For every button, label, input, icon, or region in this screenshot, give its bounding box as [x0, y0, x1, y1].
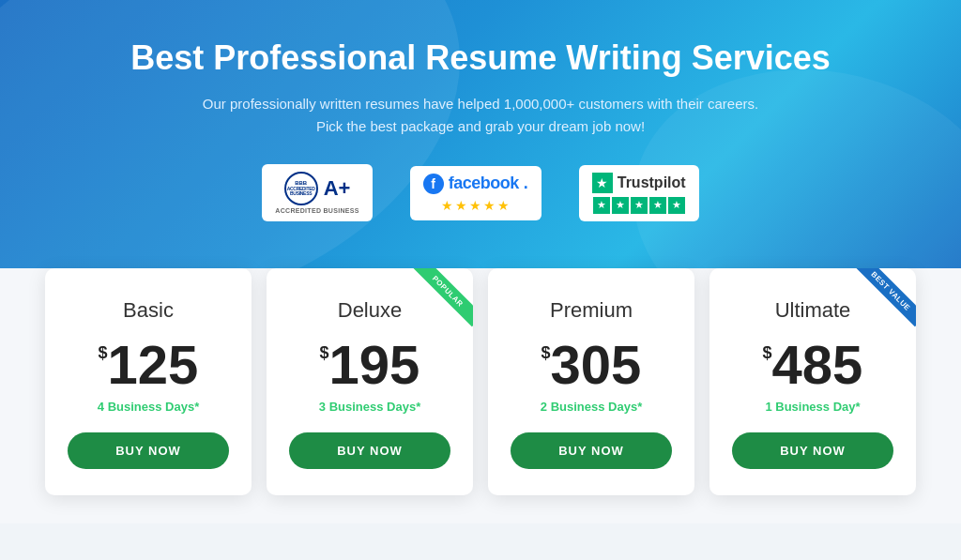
price-ultimate: 485 [772, 338, 863, 392]
hero-section: Best Professional Resume Writing Service… [0, 0, 961, 296]
facebook-label: facebook [449, 174, 519, 193]
price-row-basic: $ 125 [68, 338, 229, 392]
pricing-card-basic: Basic $ 125 4 Business Days* BUY NOW [45, 268, 252, 495]
pricing-section: Basic $ 125 4 Business Days* BUY NOW POP… [0, 268, 961, 523]
currency-ultimate: $ [763, 343, 772, 363]
trustpilot-badge: ★ Trustpilot ★ ★ ★ ★ ★ [579, 165, 699, 221]
price-premium: 305 [551, 338, 642, 392]
delivery-basic: 4 Business Days* [68, 400, 229, 414]
card-badge-deluxe: POPULAR [398, 268, 473, 343]
bbb-label: ACCREDITED BUSINESS [275, 207, 358, 214]
price-row-deluxe: $ 195 [289, 338, 450, 392]
bbb-rating: A+ [324, 176, 351, 201]
hero-subtitle: Our professionally written resumes have … [19, 93, 942, 138]
currency-premium: $ [542, 343, 551, 363]
bbb-badge: BBB ACCREDITED BUSINESS A+ ACCREDITED BU… [262, 164, 372, 221]
delivery-deluxe: 3 Business Days* [289, 400, 450, 414]
facebook-badge: f facebook. ★ ★ ★ ★ ★ [410, 166, 542, 220]
buy-button-deluxe[interactable]: BUY NOW [289, 432, 450, 469]
price-deluxe: 195 [329, 338, 420, 392]
buy-button-premium[interactable]: BUY NOW [511, 432, 672, 469]
pricing-card-premium: Premium $ 305 2 Business Days* BUY NOW [488, 268, 694, 495]
delivery-ultimate: 1 Business Day* [732, 400, 893, 414]
currency-deluxe: $ [320, 343, 329, 363]
trustpilot-icon: ★ [592, 173, 613, 193]
facebook-stars: ★ ★ ★ ★ ★ [441, 198, 510, 213]
hero-title: Best Professional Resume Writing Service… [19, 38, 942, 78]
buy-button-ultimate[interactable]: BUY NOW [732, 432, 893, 469]
pricing-card-deluxe: POPULAR Deluxe $ 195 3 Business Days* BU… [267, 268, 473, 495]
currency-basic: $ [99, 343, 108, 363]
trustpilot-stars: ★ ★ ★ ★ ★ [593, 197, 685, 214]
buy-button-basic[interactable]: BUY NOW [68, 432, 229, 469]
plan-name-basic: Basic [68, 298, 229, 323]
trust-badges: BBB ACCREDITED BUSINESS A+ ACCREDITED BU… [19, 164, 942, 221]
pricing-card-ultimate: BEST VALUE Ultimate $ 485 1 Business Day… [709, 268, 916, 495]
price-basic: 125 [108, 338, 199, 392]
delivery-premium: 2 Business Days* [511, 400, 672, 414]
facebook-icon: f [423, 174, 444, 194]
card-badge-ultimate: BEST VALUE [841, 268, 916, 343]
price-row-premium: $ 305 [511, 338, 672, 392]
pricing-cards: Basic $ 125 4 Business Days* BUY NOW POP… [30, 268, 931, 495]
price-row-ultimate: $ 485 [732, 338, 893, 392]
trustpilot-label: Trustpilot [618, 174, 686, 191]
bbb-icon: BBB ACCREDITED BUSINESS [284, 172, 318, 205]
plan-name-premium: Premium [511, 298, 672, 323]
